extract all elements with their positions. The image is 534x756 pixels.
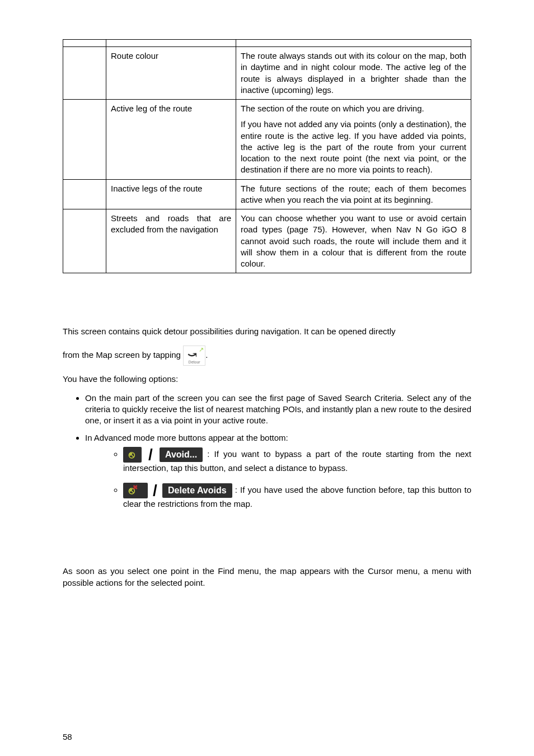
cell: The section of the route on which you ar… <box>236 100 471 180</box>
cell <box>106 40 236 47</box>
list-item: On the main part of the screen you can s… <box>85 393 471 427</box>
text: from the Map screen by tapping <box>63 349 183 359</box>
avoid-arrow-icon: ⎋ <box>129 449 135 460</box>
cell: You can choose whether you want to use o… <box>236 209 471 273</box>
options-list: On the main part of the screen you can s… <box>63 393 471 510</box>
cursor-menu-paragraph: As soon as you select one point in the F… <box>63 566 471 589</box>
list-item: ⎋ / Avoid... : If you want to bypass a p… <box>123 447 471 474</box>
cell: The future sections of the route; each o… <box>236 179 471 209</box>
cell: The route always stands out with its col… <box>236 47 471 100</box>
cell-intro: The section of the route on which you ar… <box>241 103 466 114</box>
cell: Active leg of the route <box>106 100 236 180</box>
avoid-button: Avoid... <box>160 447 203 462</box>
table-row: Route colour The route always stands out… <box>63 47 471 100</box>
table-row: Active leg of the route The section of t… <box>63 100 471 180</box>
table-row: Inactive legs of the route The future se… <box>63 179 471 209</box>
slash-separator: / <box>153 484 157 497</box>
slash-separator: / <box>148 449 153 461</box>
text: In Advanced mode more buttons appear at … <box>85 433 288 442</box>
table-row <box>63 40 471 47</box>
list-item: In Advanced mode more buttons appear at … <box>85 432 471 510</box>
cell <box>63 179 106 209</box>
detour-icon: ⤻ ↗ Detour <box>183 346 205 366</box>
cell-body: If you have not added any via points (on… <box>241 119 466 175</box>
cell <box>63 209 106 273</box>
cell <box>236 40 471 47</box>
delete-avoids-button: Delete Avoids <box>162 483 232 498</box>
cell: Route colour <box>106 47 236 100</box>
route-table: Route colour The route always stands out… <box>63 39 471 273</box>
detour-tap-line: from the Map screen by tapping ⤻ ↗ Detou… <box>63 346 471 366</box>
list-item: ⎋✖ / Delete Avoids : If you have used th… <box>123 483 471 510</box>
detour-icon-label: Detour <box>183 360 205 365</box>
table-row: Streets and roads that are excluded from… <box>63 209 471 273</box>
options-heading: You have the following options: <box>63 374 471 385</box>
detour-arrow-small-icon: ↗ <box>199 347 204 353</box>
cell: Streets and roads that are excluded from… <box>106 209 236 273</box>
cell: Inactive legs of the route <box>106 179 236 209</box>
delete-avoids-button-icon: ⎋✖ <box>123 483 148 498</box>
cell <box>63 40 106 47</box>
cell <box>63 47 106 100</box>
text: . <box>205 349 208 359</box>
sub-options-list: ⎋ / Avoid... : If you want to bypass a p… <box>107 447 471 510</box>
page-number: 58 <box>63 731 72 743</box>
detour-arrow-icon: ⤻ <box>188 349 197 360</box>
cell <box>63 100 106 180</box>
avoid-button-icon: ⎋ <box>123 447 142 463</box>
detour-intro: This screen contains quick detour possib… <box>63 326 471 337</box>
delete-x-icon: ✖ <box>133 484 138 491</box>
